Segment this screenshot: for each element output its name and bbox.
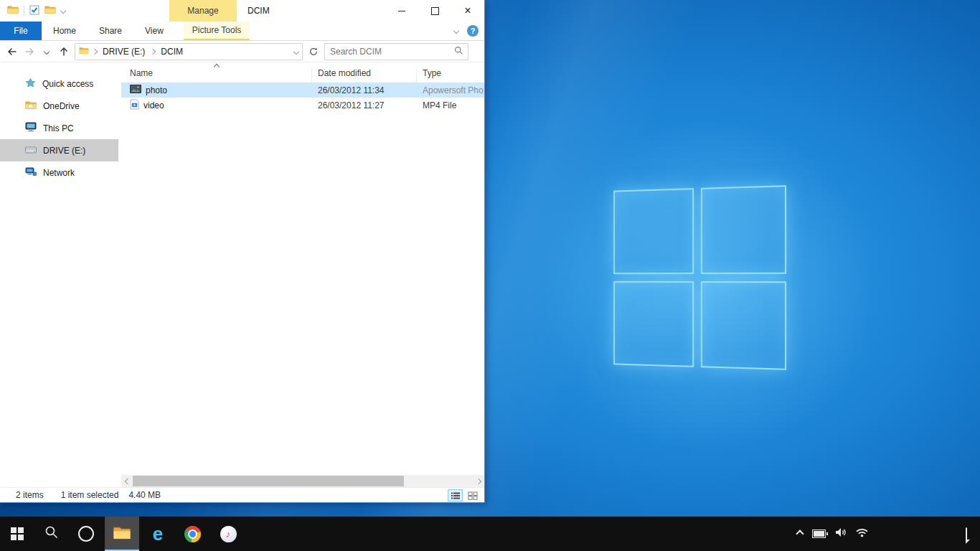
file-type: MP4 File bbox=[417, 100, 484, 110]
navigation-bar: DRIVE (E:) DCIM bbox=[0, 41, 484, 62]
search-input[interactable] bbox=[325, 46, 454, 57]
tab-view[interactable]: View bbox=[133, 22, 175, 40]
internet-explorer-icon: e bbox=[153, 524, 163, 543]
file-explorer-icon bbox=[113, 525, 131, 543]
ribbon-right-controls: ? bbox=[454, 22, 479, 40]
sidebar-item-this-pc[interactable]: This PC bbox=[0, 117, 121, 139]
navigation-pane: Quick access OneDrive This PC DRIVE (E:)… bbox=[0, 62, 121, 487]
minimize-icon bbox=[398, 11, 405, 11]
column-header-date-modified[interactable]: Date modified bbox=[312, 68, 417, 83]
explorer-folder-icon[interactable] bbox=[7, 5, 19, 17]
breadcrumb-dcim[interactable]: DCIM bbox=[159, 45, 185, 58]
this-pc-icon bbox=[25, 122, 37, 134]
chrome-button[interactable] bbox=[175, 517, 209, 551]
scroll-left-arrow-icon[interactable] bbox=[121, 475, 133, 487]
windows-logo-pane bbox=[701, 185, 786, 274]
file-name: photo bbox=[146, 85, 167, 95]
new-folder-icon[interactable] bbox=[44, 5, 56, 17]
minimize-button[interactable] bbox=[385, 0, 418, 22]
search-box[interactable] bbox=[324, 43, 468, 60]
scrollbar-thumb[interactable] bbox=[133, 476, 404, 486]
search-icon[interactable] bbox=[454, 46, 463, 57]
window-title: DCIM bbox=[248, 0, 270, 22]
breadcrumb-chevron-icon bbox=[150, 48, 156, 54]
properties-icon[interactable] bbox=[29, 5, 39, 17]
onedrive-icon bbox=[25, 100, 37, 112]
windows-logo bbox=[613, 185, 786, 370]
taskbar-search-button[interactable] bbox=[34, 517, 69, 551]
sidebar-item-label: DRIVE (E:) bbox=[43, 146, 85, 156]
qat-separator bbox=[24, 6, 24, 16]
tab-share[interactable]: Share bbox=[88, 22, 133, 40]
system-tray bbox=[797, 517, 868, 551]
windows-logo-pane bbox=[613, 188, 694, 274]
internet-explorer-button[interactable]: e bbox=[141, 517, 175, 551]
breadcrumb-drive[interactable]: DRIVE (E:) bbox=[100, 45, 147, 58]
file-date-modified: 26/03/2012 11:27 bbox=[312, 100, 417, 110]
cortana-button[interactable] bbox=[69, 517, 103, 551]
tab-file[interactable]: File bbox=[0, 22, 42, 40]
battery-icon[interactable] bbox=[812, 529, 826, 538]
tab-home[interactable]: Home bbox=[42, 22, 88, 40]
sidebar-item-network[interactable]: Network bbox=[0, 161, 121, 184]
file-row-video[interactable]: video 26/03/2012 11:27 MP4 File bbox=[121, 98, 484, 113]
chrome-icon bbox=[184, 526, 201, 542]
column-header-type[interactable]: Type bbox=[417, 68, 484, 83]
volume-icon[interactable] bbox=[835, 527, 847, 540]
column-header-name[interactable]: Name bbox=[121, 68, 312, 83]
view-toggle-buttons bbox=[448, 489, 480, 501]
selection-size: 4.40 MB bbox=[128, 490, 161, 500]
file-row-photo[interactable]: photo 26/03/2012 11:34 Apowersoft Pho bbox=[121, 83, 484, 98]
cortana-icon bbox=[78, 526, 94, 542]
taskbar: e ♪ bbox=[0, 517, 980, 551]
qat-customize-chevron-icon[interactable] bbox=[60, 8, 66, 14]
close-button[interactable]: × bbox=[451, 0, 484, 22]
action-center-icon bbox=[966, 527, 967, 541]
back-button[interactable] bbox=[6, 44, 19, 60]
network-icon bbox=[25, 167, 37, 179]
file-explorer-window: Manage DCIM × File Home Share View Pictu… bbox=[0, 0, 485, 503]
file-date-modified: 26/03/2012 11:34 bbox=[312, 85, 417, 95]
action-center-button[interactable] bbox=[966, 528, 967, 541]
maximize-button[interactable] bbox=[418, 0, 451, 22]
sidebar-item-label: OneDrive bbox=[43, 101, 80, 111]
recent-locations-chevron-icon[interactable] bbox=[40, 44, 53, 60]
tray-expand-chevron-icon[interactable] bbox=[796, 529, 804, 537]
horizontal-scrollbar[interactable] bbox=[121, 475, 484, 487]
address-folder-icon bbox=[79, 47, 89, 57]
sidebar-item-label: Network bbox=[43, 168, 75, 178]
maximize-icon bbox=[431, 7, 439, 15]
search-icon bbox=[44, 525, 59, 542]
selection-count: 1 item selected bbox=[61, 490, 119, 500]
scroll-right-arrow-icon[interactable] bbox=[472, 475, 484, 487]
address-dropdown-chevron-icon[interactable] bbox=[293, 48, 299, 54]
forward-button[interactable] bbox=[23, 44, 36, 60]
refresh-button[interactable] bbox=[307, 44, 320, 60]
manage-contextual-group: Manage bbox=[169, 0, 237, 22]
tab-picture-tools[interactable]: Picture Tools bbox=[184, 22, 250, 40]
windows-logo-pane bbox=[613, 281, 694, 367]
up-button[interactable] bbox=[57, 44, 70, 60]
windows-start-icon bbox=[11, 527, 24, 540]
file-type: Apowersoft Pho bbox=[417, 85, 484, 95]
sidebar-item-label: Quick access bbox=[42, 79, 93, 89]
help-icon[interactable]: ? bbox=[467, 25, 479, 37]
details-view-button[interactable] bbox=[448, 489, 463, 501]
expand-ribbon-chevron-icon[interactable] bbox=[453, 28, 459, 34]
address-bar[interactable]: DRIVE (E:) DCIM bbox=[75, 43, 303, 60]
caption-buttons: × bbox=[385, 0, 484, 22]
item-count: 2 items bbox=[16, 490, 44, 500]
photo-file-icon bbox=[130, 85, 141, 95]
sidebar-item-drive-e[interactable]: DRIVE (E:) bbox=[0, 139, 118, 161]
sidebar-item-quick-access[interactable]: Quick access bbox=[0, 72, 121, 95]
taskbar-file-explorer-button[interactable] bbox=[105, 517, 139, 551]
itunes-button[interactable]: ♪ bbox=[211, 517, 245, 551]
large-icons-view-button[interactable] bbox=[465, 489, 480, 501]
video-file-icon bbox=[130, 99, 139, 112]
start-button[interactable] bbox=[0, 517, 34, 551]
titlebar[interactable]: Manage DCIM × bbox=[0, 0, 484, 22]
file-name: video bbox=[143, 100, 164, 110]
sidebar-item-onedrive[interactable]: OneDrive bbox=[0, 95, 121, 117]
breadcrumb-chevron-icon bbox=[92, 48, 98, 54]
network-icon[interactable] bbox=[856, 527, 868, 540]
